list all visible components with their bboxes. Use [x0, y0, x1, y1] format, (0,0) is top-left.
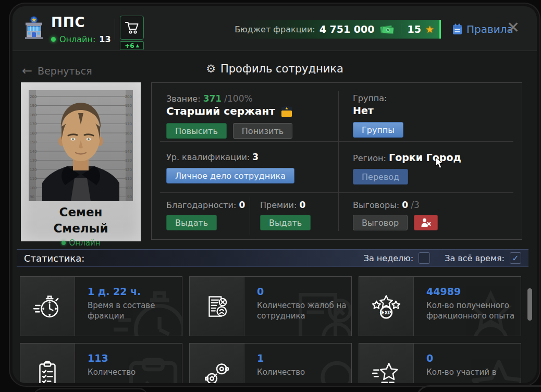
bonus-value: 0	[299, 200, 305, 210]
scrollbar-thumb[interactable]	[527, 288, 532, 321]
stat-value: 1 д. 22 ч.	[88, 286, 182, 297]
transfer-button[interactable]: Перевод	[353, 169, 408, 185]
budget-separator	[401, 24, 401, 34]
personal-file-button[interactable]: Личное дело сотрудника	[166, 168, 294, 183]
faction-budget-bar: Бюджет фракции: 4 751 000 N 15 ★	[235, 20, 441, 39]
shop-cart-button[interactable]	[120, 16, 144, 40]
week-filter-label: За неделю:	[364, 253, 413, 263]
budget-value: 4 751 000	[319, 23, 375, 35]
stat-label: Кол-во участий в	[426, 368, 520, 378]
stat-label: Кол-во полученного фракционного опыта	[426, 301, 520, 321]
region-section: Регион: Горки Город Перевод	[353, 152, 461, 185]
qualification-section: Ур. квалификации: 3 Личное дело сотрудни…	[166, 152, 294, 183]
online-label: Онлайн:	[59, 34, 95, 44]
svg-text:150: 150	[125, 140, 132, 144]
group-label: Группа:	[353, 93, 403, 103]
thanks-label: Благодарности:	[166, 200, 236, 210]
svg-text:120: 120	[125, 168, 132, 172]
groups-button[interactable]: Группы	[353, 122, 403, 138]
svg-text:180: 180	[30, 113, 36, 117]
person-remove-icon	[421, 218, 431, 227]
group-value: Нет	[353, 105, 403, 116]
thanks-value: 0	[239, 200, 245, 210]
reprimands-value: 0	[402, 200, 408, 210]
police-station-icon	[22, 16, 46, 40]
svg-text:110: 110	[125, 177, 132, 181]
app-header: ППС Онлайн: 13 +6▲ Бюджет фракции: 4 751…	[13, 6, 537, 51]
reprimands-section: Выговоры: 0 /3 Выговор	[353, 200, 438, 230]
alltime-filter-checkbox[interactable]: ✓	[510, 252, 521, 264]
stat-card-time-in-faction: 1 д. 22 ч. Время в составе фракции	[20, 276, 182, 336]
stat-card-complaints: 0 Количество жалоб на сотрудника	[189, 276, 352, 336]
budget-label: Бюджет фракции:	[235, 24, 315, 34]
back-label: Вернуться	[38, 65, 92, 77]
star-icon: ★	[425, 23, 434, 35]
svg-text:140: 140	[125, 150, 132, 154]
chevron-up-icon: ▲	[136, 43, 139, 48]
rules-button[interactable]: Правила	[452, 23, 513, 35]
close-icon[interactable]: ✕	[507, 20, 520, 35]
rules-notebook-icon	[452, 23, 462, 35]
back-arrow-icon: ←	[22, 64, 32, 78]
stat-card-arrests: 1 Количество	[189, 343, 352, 383]
device-bezel-curve	[33, 388, 148, 392]
bonus-label: Премии:	[260, 200, 297, 210]
employee-photo-card: 2002001901901801801701701601601501501401…	[21, 82, 141, 241]
panel-divider	[160, 141, 513, 142]
panel-divider	[160, 192, 513, 193]
exp-stars-icon: EXP	[359, 277, 414, 336]
cart-new-items-badge[interactable]: +6▲	[120, 41, 144, 50]
svg-text:200: 200	[30, 95, 36, 99]
clipboard-icon	[20, 344, 75, 383]
alltime-filter-label: За всё время:	[445, 253, 505, 263]
svg-text:170: 170	[125, 122, 132, 126]
statistics-cards-grid: 1 д. 22 ч. Время в составе фракции	[20, 276, 521, 383]
bonus-section: Премии: 0 Выдать	[260, 200, 311, 230]
reprimands-label: Выговоры:	[353, 200, 399, 210]
handcuffs-icon	[190, 344, 244, 383]
stopwatch-icon	[20, 277, 75, 336]
svg-text:N: N	[386, 28, 389, 32]
stat-label: Время в составе фракции	[88, 301, 181, 321]
give-thanks-button[interactable]: Выдать	[166, 215, 217, 230]
stat-value: 0	[426, 352, 521, 364]
fire-employee-button[interactable]	[414, 215, 438, 230]
svg-text:190: 190	[125, 104, 132, 108]
svg-text:170: 170	[30, 122, 36, 126]
game-tablet-frame: ППС Онлайн: 13 +6▲ Бюджет фракции: 4 751…	[0, 0, 541, 392]
rank-progress-suffix: /100%	[224, 93, 252, 104]
svg-text:130: 130	[30, 158, 36, 163]
give-bonus-button[interactable]: Выдать	[260, 215, 311, 230]
week-filter-checkbox[interactable]	[419, 252, 430, 264]
gear-icon: ⚙	[206, 63, 216, 75]
svg-text:90: 90	[127, 195, 132, 199]
rank-section: Звание: 371 /100% Старший сержант Повыси…	[166, 93, 293, 139]
mugshot-photo: 2002001901901801801701701601601501501401…	[29, 90, 133, 201]
svg-text:100: 100	[125, 186, 132, 190]
region-label: Регион:	[353, 153, 386, 163]
thanks-section: Благодарности: 0 Выдать	[166, 200, 245, 230]
qualification-value: 3	[252, 152, 259, 162]
device-bezel-curve	[416, 385, 541, 392]
header-divider	[115, 19, 115, 40]
reprimand-button[interactable]: Выговор	[353, 215, 408, 230]
panel-divider	[338, 91, 339, 231]
stat-value: 1	[257, 352, 351, 364]
stat-value: 0	[257, 286, 351, 297]
rank-epaulette-icon	[280, 105, 293, 117]
reprimands-suffix: /3	[411, 200, 420, 210]
svg-text:110: 110	[30, 177, 36, 181]
employee-online-dot	[62, 241, 66, 245]
svg-text:120: 120	[30, 168, 36, 172]
svg-text:140: 140	[30, 150, 36, 154]
demote-button[interactable]: Понизить	[233, 123, 292, 139]
region-value: Горки Город	[389, 152, 461, 163]
rank-label: Звание:	[166, 94, 201, 104]
panel-divider	[250, 198, 250, 235]
employee-online-status: Онлайн	[69, 238, 101, 248]
svg-text:180: 180	[125, 113, 132, 117]
stat-value: 44989	[426, 286, 521, 297]
promote-button[interactable]: Повысить	[166, 123, 227, 139]
back-button[interactable]: ← Вернуться	[22, 64, 92, 78]
stat-card-fines: 113 Количество	[20, 343, 182, 383]
